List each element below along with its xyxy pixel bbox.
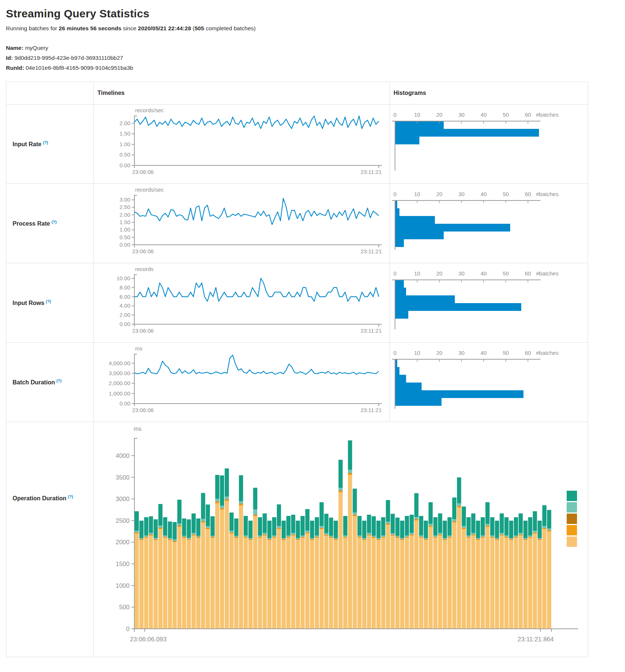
svg-text:23:11:21: 23:11:21 — [361, 328, 382, 334]
input-rows-help-icon[interactable]: (?) — [46, 299, 51, 304]
svg-text:2.50: 2.50 — [120, 204, 130, 210]
svg-text:0.50: 0.50 — [120, 152, 130, 158]
batch-duration-histogram-cell: 0102030405060#batches — [390, 343, 588, 422]
row-label-operation-duration: Operation Duration(?) — [6, 422, 94, 657]
process-rate-timeline-chart: records/sec0.000.501.001.502.002.503.002… — [94, 186, 389, 260]
svg-text:3500: 3500 — [116, 474, 130, 481]
svg-text:3.00: 3.00 — [120, 197, 130, 203]
svg-text:1500: 1500 — [116, 560, 130, 568]
query-name-value: myQuery — [25, 45, 48, 51]
svg-text:1.00: 1.00 — [120, 227, 130, 233]
row-label-process-rate: Process Rate(?) — [6, 184, 94, 263]
svg-text:50: 50 — [503, 112, 509, 118]
batch-duration-timeline-cell: ms0.001,000.002,000.003,000.004,000.0023… — [94, 343, 390, 422]
svg-text:60: 60 — [525, 112, 531, 118]
timelines-header: Timelines — [94, 82, 390, 104]
svg-text:records/sec: records/sec — [135, 107, 164, 113]
svg-text:1000: 1000 — [116, 582, 130, 589]
svg-text:23:11:21: 23:11:21 — [361, 248, 382, 254]
operation-duration-help-icon[interactable]: (?) — [68, 494, 73, 499]
legend-swatch-tan — [567, 536, 577, 547]
svg-text:0: 0 — [394, 270, 396, 277]
input-rows-histogram-chart: 0102030405060#batches — [390, 266, 587, 340]
running-duration: 26 minutes 56 seconds — [59, 25, 121, 31]
svg-text:500: 500 — [119, 604, 130, 611]
svg-text:0.00: 0.00 — [120, 321, 130, 327]
svg-text:ms: ms — [135, 345, 142, 352]
input-rate-timeline-chart: records/sec0.000.501.001.502.0023:06:062… — [94, 107, 389, 181]
query-id-line: Id: 9d0dd219-995d-423e-b97d-36931110bb27 — [6, 53, 619, 63]
input-rows-histogram-cell: 0102030405060#batches — [390, 263, 588, 343]
input-rows-row: Input Rows(?) records0.002.004.006.008.0… — [6, 263, 588, 343]
svg-text:1.00: 1.00 — [120, 141, 130, 147]
svg-text:40: 40 — [481, 112, 487, 118]
input-rows-timeline-cell: records0.002.004.006.008.0010.0023:06:06… — [94, 263, 390, 343]
svg-text:8.00: 8.00 — [120, 284, 130, 291]
page-title: Streaming Query Statistics — [6, 7, 619, 20]
operation-duration-row: Operation Duration(?) ms0500100015002000… — [6, 422, 588, 657]
streaming-query-statistics-page: Streaming Query Statistics Running batch… — [0, 0, 625, 660]
svg-text:0.00: 0.00 — [120, 241, 130, 248]
query-name-line: Name: myQuery — [6, 43, 619, 53]
svg-text:40: 40 — [481, 191, 487, 197]
svg-text:4.00: 4.00 — [120, 303, 130, 309]
batch-duration-row: Batch Duration(?) ms0.001,000.002,000.00… — [6, 343, 588, 422]
row-label-batch-duration: Batch Duration(?) — [6, 343, 94, 422]
svg-text:#batches: #batches — [536, 112, 559, 118]
svg-text:23:11:21.864: 23:11:21.864 — [518, 636, 554, 643]
svg-text:20: 20 — [436, 270, 443, 277]
operation-duration-stacked-chart: ms0500100015002000250030003500400023:06:… — [94, 425, 587, 656]
svg-text:2500: 2500 — [116, 517, 130, 524]
svg-text:ms: ms — [134, 426, 141, 432]
row-label-input-rate: Input Rate(?) — [6, 104, 94, 184]
svg-text:0.00: 0.00 — [120, 162, 130, 168]
svg-text:30: 30 — [459, 350, 465, 356]
svg-text:10: 10 — [414, 350, 420, 356]
running-batches-summary: Running batches for 26 minutes 56 second… — [6, 25, 619, 32]
svg-text:23:06:06: 23:06:06 — [132, 328, 154, 334]
svg-text:60: 60 — [525, 191, 531, 197]
batch-duration-help-icon[interactable]: (?) — [56, 378, 62, 383]
svg-text:20: 20 — [436, 112, 443, 118]
legend-swatch-teal — [567, 491, 577, 501]
svg-text:0.50: 0.50 — [120, 234, 130, 240]
svg-text:23:06:06.093: 23:06:06.093 — [130, 636, 166, 643]
input-rate-timeline-cell: records/sec0.000.501.001.502.0023:06:062… — [94, 104, 390, 184]
svg-text:60: 60 — [525, 350, 531, 356]
input-rate-histogram-cell: 0102030405060#batches — [390, 104, 588, 184]
svg-text:30: 30 — [459, 191, 465, 197]
svg-text:50: 50 — [503, 350, 509, 356]
query-runid-value: 04e101e6-8bf8-4165-9099-9104c951ba3b — [25, 65, 133, 71]
svg-text:#batches: #batches — [536, 191, 559, 197]
svg-text:6.00: 6.00 — [120, 294, 130, 300]
query-id-value: 9d0dd219-995d-423e-b97d-36931110bb27 — [14, 55, 123, 61]
svg-text:23:11:21: 23:11:21 — [361, 407, 382, 413]
row-label-input-rows: Input Rows(?) — [6, 263, 94, 343]
start-timestamp: 2020/05/21 22:44:28 — [138, 25, 191, 31]
svg-text:10.00: 10.00 — [116, 275, 130, 281]
svg-text:0: 0 — [126, 625, 130, 632]
svg-text:3,000.00: 3,000.00 — [109, 370, 130, 376]
operation-duration-chart-cell: ms0500100015002000250030003500400023:06:… — [94, 422, 588, 657]
process-rate-timeline-cell: records/sec0.000.501.001.502.002.503.002… — [94, 184, 390, 263]
svg-text:23:06:06: 23:06:06 — [132, 248, 154, 254]
input-rate-help-icon[interactable]: (?) — [43, 140, 48, 145]
svg-text:0: 0 — [394, 350, 396, 356]
svg-text:23:06:06: 23:06:06 — [132, 407, 154, 413]
summary-text: Running batches for — [6, 25, 59, 31]
svg-text:50: 50 — [503, 191, 509, 197]
legend-swatch-orange — [567, 525, 577, 535]
svg-text:20: 20 — [436, 350, 443, 356]
process-rate-help-icon[interactable]: (?) — [51, 220, 56, 224]
process-rate-row: Process Rate(?) records/sec0.000.501.001… — [6, 184, 588, 263]
svg-text:2.00: 2.00 — [120, 120, 130, 126]
svg-text:30: 30 — [459, 112, 465, 118]
svg-text:60: 60 — [525, 270, 531, 277]
operation-duration-legend — [567, 491, 577, 548]
query-metadata: Name: myQuery Id: 9d0dd219-995d-423e-b97… — [6, 43, 619, 73]
table-header-row: Timelines Histograms — [6, 82, 588, 104]
svg-text:23:06:06: 23:06:06 — [132, 169, 154, 175]
svg-text:4,000.00: 4,000.00 — [109, 360, 130, 366]
svg-text:1,000.00: 1,000.00 — [109, 390, 130, 397]
completed-batches-count: 505 — [195, 25, 204, 31]
